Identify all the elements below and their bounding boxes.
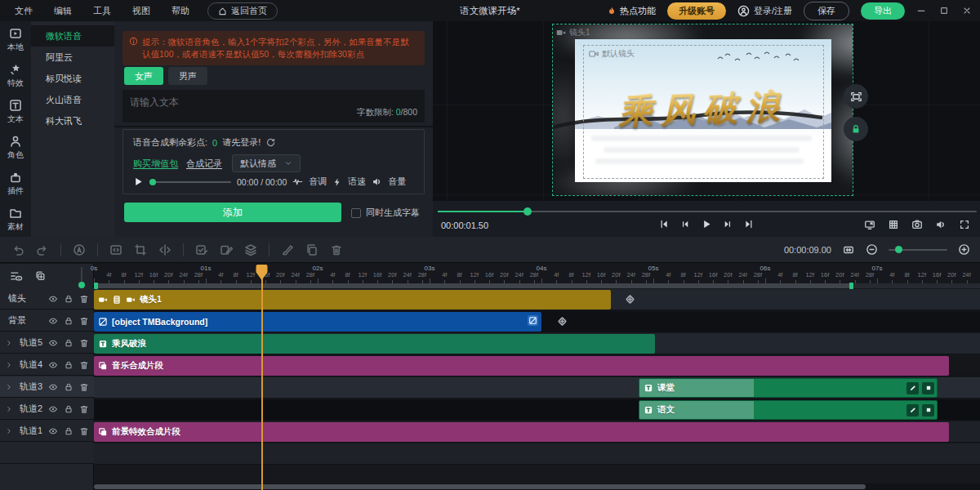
copy-icon[interactable] bbox=[305, 243, 318, 256]
fullscreen-icon[interactable] bbox=[959, 219, 970, 230]
maximize-icon[interactable] bbox=[939, 6, 951, 16]
crop-icon[interactable] bbox=[134, 243, 147, 256]
track-height-slider-dot[interactable] bbox=[78, 282, 85, 288]
undo-icon[interactable] bbox=[11, 243, 24, 256]
fit-width-icon[interactable] bbox=[842, 244, 855, 256]
skip-start-icon[interactable] bbox=[659, 219, 670, 229]
track-header-背景[interactable]: 背景 bbox=[0, 310, 94, 332]
lock-icon[interactable] bbox=[64, 404, 74, 414]
clip-[object TMBackground][interactable]: [object TMBackground] bbox=[94, 312, 541, 332]
square-stop-button[interactable] bbox=[922, 382, 934, 394]
eye-icon[interactable] bbox=[48, 316, 58, 326]
trash-icon[interactable] bbox=[79, 338, 89, 348]
track-header-镜头[interactable]: 镜头 bbox=[0, 288, 94, 310]
track-header-轨道3[interactable]: 轨道3 bbox=[0, 376, 94, 398]
minimize-icon[interactable] bbox=[916, 6, 928, 16]
menu-编辑[interactable]: 编辑 bbox=[54, 5, 72, 17]
codeframe-icon[interactable] bbox=[109, 243, 122, 256]
trash-icon[interactable] bbox=[79, 294, 89, 304]
track-header-轨道1[interactable]: 轨道1 bbox=[0, 421, 94, 442]
timeline-overview-bar[interactable] bbox=[94, 283, 980, 288]
clip-语文[interactable]: 语文 bbox=[639, 400, 938, 420]
duplicate-track-icon[interactable] bbox=[34, 270, 47, 282]
lock-icon[interactable] bbox=[64, 382, 74, 392]
lightning-icon[interactable] bbox=[332, 177, 342, 187]
clip-乘风破浪[interactable]: 乘风破浪 bbox=[94, 334, 655, 354]
paint-icon[interactable] bbox=[281, 243, 294, 256]
pitch-label[interactable]: 音调 bbox=[309, 176, 327, 188]
eye-icon[interactable] bbox=[48, 338, 58, 348]
display-icon[interactable] bbox=[864, 219, 875, 230]
menu-帮助[interactable]: 帮助 bbox=[172, 5, 189, 17]
playhead-handle[interactable] bbox=[256, 264, 268, 281]
sidebar-item-local[interactable]: 本地 bbox=[0, 23, 31, 57]
upgrade-button[interactable]: 升级账号 bbox=[667, 2, 726, 20]
save-button[interactable]: 保存 bbox=[804, 2, 849, 20]
checkedit-icon[interactable] bbox=[195, 243, 208, 256]
add-keyframe-button[interactable] bbox=[555, 314, 569, 328]
eye-icon[interactable] bbox=[48, 360, 58, 370]
lock-icon[interactable] bbox=[64, 338, 74, 348]
chevron-right-icon[interactable] bbox=[5, 427, 16, 435]
tab-女声[interactable]: 女声 bbox=[124, 67, 163, 85]
speaker-icon[interactable] bbox=[372, 176, 382, 187]
fit-stage-button[interactable] bbox=[844, 84, 868, 109]
grid-icon[interactable] bbox=[888, 219, 899, 230]
skip-end-icon[interactable] bbox=[744, 219, 755, 229]
lock-icon[interactable] bbox=[64, 294, 74, 304]
speed-label[interactable]: 语速 bbox=[348, 176, 366, 188]
refresh-icon[interactable] bbox=[265, 137, 276, 148]
frame-forward-icon[interactable] bbox=[723, 219, 733, 229]
trash-icon[interactable] bbox=[79, 316, 89, 326]
lock-stage-button[interactable] bbox=[844, 117, 868, 141]
attr-a-icon[interactable] bbox=[73, 243, 86, 256]
flip-icon[interactable] bbox=[158, 243, 172, 256]
clip-课堂[interactable]: 课堂 bbox=[639, 378, 938, 398]
trash-icon[interactable] bbox=[79, 404, 89, 414]
lock-icon[interactable] bbox=[64, 426, 74, 436]
subtitle-checkbox-group[interactable]: 同时生成字幕 bbox=[351, 207, 420, 219]
menu-视图[interactable]: 视图 bbox=[132, 5, 150, 17]
login-button[interactable]: 登录/注册 bbox=[737, 5, 792, 17]
stage-selection[interactable]: 乘风破浪 默认镜头 镜头1 bbox=[552, 24, 853, 196]
timeline-scrollbar[interactable] bbox=[94, 483, 980, 490]
timeline-zoom-slider[interactable] bbox=[889, 249, 947, 251]
chevron-right-icon[interactable] bbox=[5, 383, 16, 391]
history-link[interactable]: 合成记录 bbox=[186, 158, 222, 170]
track-header-轨道2[interactable]: 轨道2 bbox=[0, 399, 94, 420]
timeline-scrollbar-thumb[interactable] bbox=[94, 484, 866, 489]
chevron-right-icon[interactable] bbox=[5, 405, 16, 413]
track-list-icon[interactable] bbox=[10, 270, 23, 282]
home-button[interactable]: 返回首页 bbox=[207, 2, 278, 20]
tab-男声[interactable]: 男声 bbox=[168, 67, 207, 85]
default-camera-frame[interactable]: 默认镜头 bbox=[583, 45, 824, 179]
trash-icon[interactable] bbox=[79, 360, 89, 370]
redo-icon[interactable] bbox=[36, 243, 49, 256]
pen-button[interactable] bbox=[906, 382, 919, 394]
overview-range-handle[interactable] bbox=[94, 283, 98, 289]
voice-source-科大讯飞[interactable]: 科大讯飞 bbox=[31, 110, 114, 131]
trash-icon[interactable] bbox=[79, 382, 89, 392]
lock-icon[interactable] bbox=[64, 360, 74, 370]
eye-icon[interactable] bbox=[48, 404, 58, 414]
sidebar-item-character[interactable]: 角色 bbox=[0, 131, 31, 165]
export-button[interactable]: 导出 bbox=[861, 2, 905, 20]
zoom-out-icon[interactable] bbox=[866, 243, 878, 256]
eye-icon[interactable] bbox=[48, 294, 58, 304]
menu-工具[interactable]: 工具 bbox=[93, 5, 111, 17]
volume-icon[interactable] bbox=[935, 219, 947, 230]
clip-音乐合成片段[interactable]: 音乐合成片段 bbox=[94, 356, 949, 376]
clip-镜头1[interactable]: 镜头1 bbox=[94, 290, 611, 310]
track-height-slider[interactable] bbox=[81, 267, 82, 283]
sidebar-item-effects[interactable]: 特效 bbox=[0, 59, 31, 93]
tts-seek-slider[interactable] bbox=[149, 181, 231, 183]
eye-icon[interactable] bbox=[48, 426, 58, 436]
close-icon[interactable] bbox=[962, 6, 973, 16]
sidebar-item-text[interactable]: 文本 bbox=[0, 95, 31, 129]
pen-button[interactable] bbox=[906, 404, 919, 416]
clip-前景特效合成片段[interactable]: 前景特效合成片段 bbox=[94, 422, 949, 442]
buy-credits-link[interactable]: 购买增值包 bbox=[133, 158, 178, 170]
sidebar-item-assets[interactable]: 素材 bbox=[0, 203, 31, 237]
track-header-轨道5[interactable]: 轨道5 bbox=[0, 332, 94, 354]
volume-label[interactable]: 音量 bbox=[388, 176, 406, 188]
